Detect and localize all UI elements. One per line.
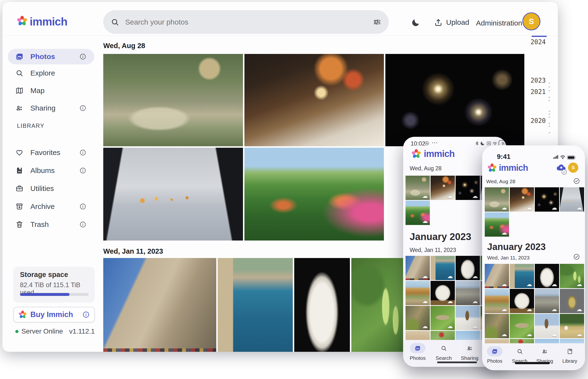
thumb-harbor-bay[interactable] [430, 256, 455, 280]
thumb-flower-park[interactable] [406, 201, 430, 225]
immich-logo-icon [411, 149, 421, 159]
sidebar-item-trash[interactable]: Trash [8, 217, 94, 232]
info-icon[interactable] [79, 221, 86, 228]
select-check-icon[interactable] [573, 253, 580, 260]
thumb-cliff-beach[interactable] [406, 281, 430, 305]
nav-item-sharing[interactable]: Sharing [456, 355, 483, 361]
timeline-year-2024[interactable]: 2024 [524, 38, 546, 46]
thumb-lizard-closeup[interactable] [510, 314, 534, 338]
timeline-year-2020[interactable]: 2020 [524, 117, 546, 124]
user-avatar[interactable]: S [568, 162, 578, 173]
photo-zoo-monkeys[interactable] [103, 54, 243, 146]
thumb-harbor-bay[interactable] [510, 264, 534, 288]
thumb-partial[interactable] [456, 331, 480, 341]
thumb-autumn-dinner[interactable] [510, 187, 534, 212]
sidebar-item-archive[interactable]: Archive [8, 199, 94, 214]
date-group-header: Wed, Jan 11, 2023 [103, 247, 163, 255]
photo-marble-bust[interactable] [294, 258, 350, 352]
photo-autumn-dinner[interactable] [244, 54, 384, 146]
no-sim-icon [486, 141, 492, 146]
thumb-zoo-monkeys[interactable] [406, 176, 430, 200]
timeline-year-2023[interactable]: 2023 [524, 77, 546, 84]
sidebar-item-photos[interactable]: Photos [8, 49, 94, 64]
header-divider [2, 35, 558, 35]
search-bar[interactable] [103, 10, 389, 34]
photo-fireworks[interactable] [385, 54, 524, 146]
sharing-people-icon[interactable] [541, 348, 548, 355]
thumb-castle-walls[interactable] [406, 256, 430, 280]
photo-holding-hands[interactable] [103, 148, 243, 240]
photo-castle-walls[interactable] [103, 258, 216, 352]
photo-flower-park[interactable] [244, 148, 384, 240]
nav-item-library[interactable]: Library [556, 358, 583, 364]
sidebar-item-sharing[interactable]: Sharing [8, 100, 94, 116]
thumb-partial[interactable] [430, 331, 455, 341]
info-icon[interactable] [79, 149, 86, 156]
brand-wordmark: immich [499, 163, 528, 173]
photos-icon[interactable] [492, 348, 498, 355]
brand-wordmark: immich [30, 15, 67, 28]
thumb-fortress-ruins[interactable] [535, 289, 559, 313]
thumb-zoo-monkeys[interactable] [485, 187, 509, 212]
photo-harbor-bay[interactable] [218, 258, 293, 352]
select-check-icon[interactable] [573, 178, 580, 184]
thumb-lizard[interactable] [406, 306, 430, 330]
search-input[interactable] [125, 18, 373, 27]
info-icon[interactable] [82, 311, 90, 318]
info-icon[interactable] [79, 53, 86, 60]
nav-item-photos[interactable]: Photos [404, 355, 431, 361]
thumb-fireworks[interactable] [456, 176, 480, 200]
storage-title: Storage space [20, 271, 68, 279]
thumb-autumn-dinner[interactable] [430, 176, 455, 200]
thumb-ornate-artifact[interactable] [560, 289, 584, 313]
date-group-header: Wed, Jan 11, 2023 [410, 247, 456, 253]
upload-button[interactable]: Upload [434, 18, 469, 27]
nav-item-search[interactable]: Search [430, 355, 457, 361]
thumb-snowy-church[interactable] [535, 314, 559, 338]
upload-icon [434, 18, 443, 27]
theme-toggle-moon-icon[interactable] [411, 18, 421, 28]
thumb-lizard[interactable] [485, 314, 509, 338]
thumb-sea-grapes[interactable] [560, 264, 584, 288]
info-icon[interactable] [79, 104, 86, 112]
storage-progress-track [20, 293, 89, 296]
info-icon[interactable] [79, 203, 86, 210]
administration-link[interactable]: Administration [476, 19, 522, 27]
sidebar-item-map[interactable]: Map [8, 83, 94, 98]
thumb-cliff-beach[interactable] [485, 289, 509, 313]
sidebar-item-explore[interactable]: Explore [8, 65, 94, 81]
dnd-moon-icon [480, 141, 485, 146]
online-status-dot [15, 330, 18, 333]
thumb-partial[interactable] [406, 331, 430, 341]
timeline-year-2021[interactable]: 2021 [524, 88, 546, 95]
stage: immich Upload Administration S Photos Ex… [0, 0, 588, 379]
thumb-snowy-church[interactable] [456, 306, 480, 330]
thumb-lizard-closeup[interactable] [430, 306, 455, 330]
user-avatar[interactable]: S [522, 12, 540, 30]
storage-card: Storage space 82.4 TiB of 115.1 TiB used [13, 267, 95, 302]
thumb-fireworks[interactable] [535, 187, 559, 212]
thumb-fortress-ruins[interactable] [456, 281, 480, 305]
sidebar-item-utilities[interactable]: Utilities [8, 181, 94, 196]
buy-immich-button[interactable]: Buy Immich [13, 307, 95, 322]
thumb-stone-sculpture[interactable] [510, 289, 534, 313]
library-book-icon[interactable] [567, 348, 573, 355]
thumb-flower-park[interactable] [485, 212, 509, 237]
sharing-people-icon[interactable] [466, 345, 473, 351]
thumb-holding-hands[interactable] [560, 187, 584, 212]
nav-item-photos[interactable]: Photos [482, 358, 508, 364]
sidebar-item-albums[interactable]: Albums [8, 163, 94, 178]
photos-icon[interactable] [414, 345, 421, 351]
search-icon[interactable] [517, 348, 523, 355]
photo-sea-grapes[interactable] [351, 258, 407, 352]
immich-logo-icon [18, 310, 27, 319]
search-icon[interactable] [441, 345, 447, 351]
thumb-marble-bust[interactable] [456, 256, 480, 280]
search-filters-icon[interactable] [373, 18, 381, 27]
thumb-mountain-farm[interactable] [560, 314, 584, 338]
info-icon[interactable] [79, 167, 86, 174]
thumb-castle-walls[interactable] [485, 264, 509, 288]
thumb-stone-sculpture[interactable] [430, 281, 455, 305]
sidebar-item-favorites[interactable]: Favorites [8, 145, 94, 160]
thumb-marble-bust[interactable] [535, 264, 559, 288]
